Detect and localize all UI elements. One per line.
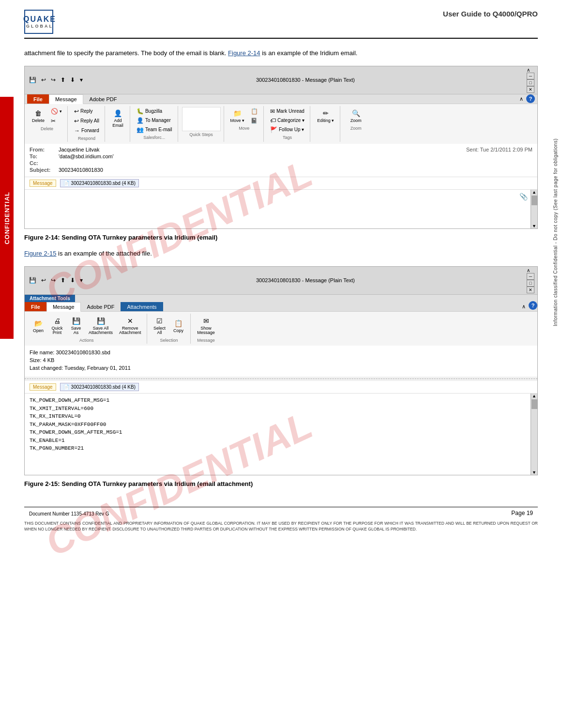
to-manager-btn[interactable]: 👤 To Manager bbox=[134, 116, 175, 125]
dropdown-qa-icon[interactable]: ▾ bbox=[78, 76, 84, 84]
down-qa-icon[interactable]: ⬇ bbox=[69, 76, 76, 84]
subject-row: Subject: 300234010801830 bbox=[30, 167, 532, 173]
remove-att-btn[interactable]: ✕ RemoveAttachment bbox=[117, 315, 144, 337]
select-all-icon: ☑ bbox=[154, 316, 165, 326]
code-padding bbox=[30, 453, 526, 472]
delete-small-btn[interactable]: ✂ bbox=[48, 117, 64, 125]
attachment-row-2: Message 📄 300234010801830.sbd (4 KB) bbox=[25, 381, 537, 394]
tab-message-2[interactable]: Message bbox=[46, 302, 81, 312]
minimize-btn-2[interactable]: ─ bbox=[527, 273, 534, 280]
undo-qa-icon-2[interactable]: ↩ bbox=[40, 276, 47, 284]
quick-print-btn[interactable]: 🖨 QuickPrint bbox=[48, 315, 66, 337]
forward-btn[interactable]: → Forward bbox=[72, 126, 102, 135]
tab-file-2[interactable]: File bbox=[25, 302, 46, 311]
up-qa-icon-2[interactable]: ⬆ bbox=[59, 276, 67, 284]
scroll-thumb-2[interactable] bbox=[532, 399, 537, 409]
figure-2-15-intro: Figure 2-15 is an example of the attache… bbox=[24, 249, 538, 259]
up-qa-icon[interactable]: ⬆ bbox=[59, 76, 67, 84]
tags-buttons: ✉ Mark Unread 🏷 Categorize ▾ 🚩 Follow Up… bbox=[268, 107, 307, 134]
delete-group-label: Delete bbox=[41, 126, 53, 131]
tab-file-1[interactable]: File bbox=[27, 94, 49, 104]
tab-adobe-2[interactable]: Adobe PDF bbox=[81, 302, 121, 311]
tab-message-1[interactable]: Message bbox=[49, 94, 83, 104]
zoom-btn[interactable]: 🔍 Zoom bbox=[347, 107, 365, 125]
help-btn-2[interactable]: ? bbox=[529, 301, 537, 310]
mark-unread-btn[interactable]: ✉ Mark Unread bbox=[268, 107, 307, 116]
onenote-btn[interactable]: 📓 bbox=[248, 117, 260, 125]
copy-btn[interactable]: 📋 Copy bbox=[170, 317, 187, 335]
reply-all-btn[interactable]: ↩ Reply All bbox=[72, 117, 102, 125]
att-ribbon-tabs: Attachment Tools File Message Adobe PDF … bbox=[25, 295, 537, 312]
actions-label: Actions bbox=[79, 338, 94, 343]
code-line-3: TK_RX_INTERVAL=0 bbox=[30, 412, 526, 421]
show-message-btn[interactable]: ✉ ShowMessage bbox=[195, 315, 217, 337]
categorize-icon: 🏷 bbox=[270, 117, 276, 124]
collapse-icon[interactable]: ∧ bbox=[527, 67, 534, 73]
redo-qa-icon[interactable]: ↪ bbox=[49, 76, 57, 84]
close-btn-1[interactable]: ✕ bbox=[527, 86, 534, 93]
collapse-icon-2[interactable]: ∧ bbox=[527, 268, 534, 273]
attachment-file-icon: 📄 bbox=[63, 181, 69, 186]
categorize-btn[interactable]: 🏷 Categorize ▾ bbox=[268, 116, 307, 125]
figure-2-15-link[interactable]: Figure 2-15 bbox=[24, 250, 56, 257]
save-qa-icon[interactable]: 💾 bbox=[28, 76, 38, 84]
ribbon-collapse-1[interactable]: ∧ bbox=[516, 94, 526, 104]
editing-btn[interactable]: ✏ Editing ▾ bbox=[315, 107, 336, 125]
confidential-label: CONFIDENTIAL bbox=[3, 192, 11, 244]
scroll-down-btn-2[interactable]: ▼ bbox=[532, 470, 536, 475]
forward-icon: → bbox=[74, 127, 80, 134]
maximize-btn-1[interactable]: □ bbox=[527, 79, 534, 86]
scroll-up-btn-2[interactable]: ▲ bbox=[532, 394, 536, 398]
move-btn[interactable]: 📁 Move ▾ bbox=[228, 107, 247, 125]
delete-btn[interactable]: 🗑 Delete bbox=[30, 107, 47, 125]
zoom-label: Zoom bbox=[350, 126, 362, 131]
save-all-btn[interactable]: 💾 Save AllAttachments bbox=[86, 315, 115, 337]
editing-icon: ✏ bbox=[320, 108, 331, 118]
scrollbar-2[interactable]: ▲ ▼ bbox=[531, 394, 537, 475]
ribbon-group-message: ✉ ShowMessage Message bbox=[192, 314, 221, 344]
right-sidebar: Information classified Confidential - Do… bbox=[548, 39, 562, 426]
dropdown-qa-icon-2[interactable]: ▾ bbox=[78, 276, 84, 284]
redo-qa-icon-2[interactable]: ↪ bbox=[49, 276, 57, 284]
down-qa-icon-2[interactable]: ⬇ bbox=[69, 276, 76, 284]
save-as-btn[interactable]: 💾 SaveAs bbox=[67, 315, 85, 337]
team-email-btn[interactable]: 👥 Team E-mail bbox=[134, 125, 175, 134]
file-name: File name: 300234010801830.sbd bbox=[30, 349, 532, 355]
scrollbar-1[interactable]: ▲ ▼ bbox=[531, 190, 537, 228]
open-btn[interactable]: 📂 Open bbox=[30, 317, 47, 335]
rules-btn[interactable]: 📋 bbox=[248, 107, 260, 116]
attachment-paperclip-icon: 📎 bbox=[519, 193, 528, 200]
maximize-btn-2[interactable]: □ bbox=[527, 280, 534, 287]
attachment-file-icon-2: 📄 bbox=[63, 384, 69, 390]
tab-attachments-2[interactable]: Attachments bbox=[121, 302, 163, 311]
footer-area: Document Number 1135-4713 Rev G Page 19 … bbox=[24, 507, 538, 532]
figure-2-14-link[interactable]: Figure 2-14 bbox=[228, 49, 260, 57]
junk-icon: 🚫 bbox=[51, 108, 58, 115]
reply-btn[interactable]: ↩ Reply bbox=[72, 107, 95, 116]
scroll-up-btn-1[interactable]: ▲ bbox=[532, 190, 536, 195]
selection-buttons: ☑ SelectAll 📋 Copy bbox=[151, 315, 187, 337]
save-qa-icon-2[interactable]: 💾 bbox=[28, 276, 38, 284]
move-small-btns: 📋 📓 bbox=[248, 107, 260, 125]
scroll-down-btn-1[interactable]: ▼ bbox=[532, 224, 536, 228]
follow-up-btn[interactable]: 🚩 Follow Up ▾ bbox=[268, 125, 307, 134]
scissors-icon: ✂ bbox=[51, 118, 56, 124]
close-btn-2[interactable]: ✕ bbox=[527, 287, 534, 293]
ribbon-content-1: 🗑 Delete 🚫 ▾ ✂ Delete bbox=[25, 104, 537, 144]
to-row: To: 'data@sbd.iridium.com' bbox=[30, 153, 532, 159]
bugzilla-btn[interactable]: 🐛 Bugzilla bbox=[134, 107, 175, 116]
move-label: Move bbox=[239, 126, 249, 131]
junk-btn[interactable]: 🚫 ▾ bbox=[48, 107, 64, 116]
tab-adobe-1[interactable]: Adobe PDF bbox=[83, 94, 123, 104]
ribbon-collapse-2[interactable]: ∧ bbox=[519, 302, 529, 311]
help-btn-1[interactable]: ? bbox=[526, 94, 535, 103]
scroll-thumb-1[interactable] bbox=[532, 196, 537, 205]
minimize-btn-1[interactable]: ─ bbox=[527, 73, 534, 79]
add-email-btn[interactable]: 👤 AddEmail bbox=[109, 107, 126, 130]
attachment-filename-1: 300234010801830.sbd (4 KB) bbox=[71, 181, 136, 186]
follow-up-icon: 🚩 bbox=[270, 126, 277, 133]
undo-qa-icon[interactable]: ↩ bbox=[40, 76, 47, 84]
select-all-btn[interactable]: ☑ SelectAll bbox=[151, 315, 168, 337]
message-buttons: ✉ ShowMessage bbox=[195, 315, 217, 337]
file-changed: Last changed: Tuesday, February 01, 2011 bbox=[30, 365, 532, 371]
